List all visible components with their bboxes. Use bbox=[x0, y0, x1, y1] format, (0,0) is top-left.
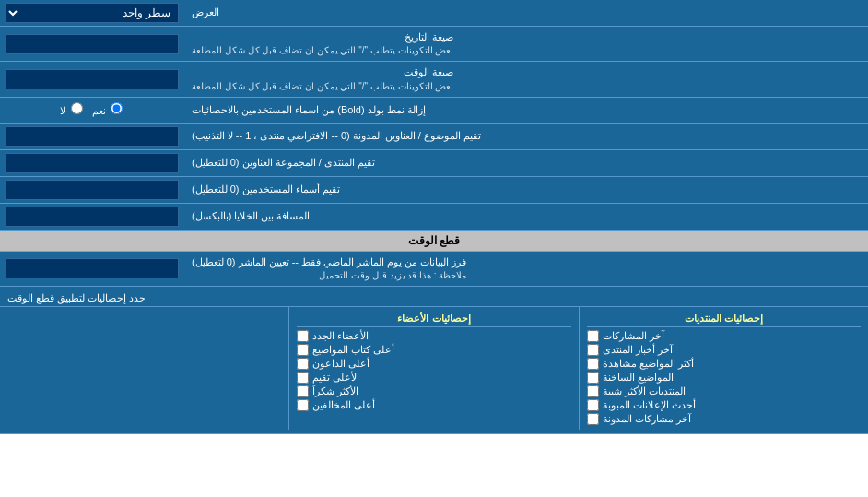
stats-checkbox[interactable] bbox=[587, 372, 599, 384]
realtime-section-header: قطع الوقت bbox=[0, 231, 868, 252]
stats-checkbox[interactable] bbox=[297, 385, 309, 397]
stats-item: أحدث الإعلانات المبوبة bbox=[587, 398, 861, 412]
users-sort-label: تقيم أسماء المستخدمين (0 للتعطيل) bbox=[184, 177, 868, 203]
stats-item: الأعلى تقيم bbox=[297, 371, 570, 385]
stats-checkbox[interactable] bbox=[587, 413, 599, 425]
stats-item: أعلى المخالفين bbox=[297, 398, 570, 412]
forum-sort-label: تقيم المنتدى / المجموعة العناوين (0 للتع… bbox=[184, 150, 868, 176]
stats-checkbox[interactable] bbox=[297, 330, 309, 342]
date-format-row: صيغة التاريخ بعض التكوينات يتطلب "/" الت… bbox=[0, 27, 868, 62]
stats-members-header: إحصائيات الأعضاء bbox=[297, 311, 570, 327]
bold-no-label: لا bbox=[60, 102, 84, 117]
stats-checkbox[interactable] bbox=[587, 358, 599, 370]
stats-section: حدد إحصاليات لتطبيق قطع الوقت إحصائيات ا… bbox=[0, 287, 868, 434]
forum-sort-input[interactable]: 33 bbox=[6, 153, 179, 173]
bold-no-radio[interactable] bbox=[71, 102, 83, 114]
time-format-input[interactable]: H:i bbox=[6, 69, 179, 89]
stats-checkbox[interactable] bbox=[587, 330, 599, 342]
display-label: العرض bbox=[184, 0, 868, 26]
stats-item: أعلى الداعون bbox=[297, 357, 570, 371]
topic-sort-input-cell: 33 bbox=[0, 124, 184, 149]
display-select[interactable]: سطر واحد سطرين ثلاثة أسطر bbox=[6, 3, 179, 23]
time-format-input-cell: H:i bbox=[0, 62, 184, 96]
stats-checkbox[interactable] bbox=[587, 399, 599, 411]
forum-sort-input-cell: 33 bbox=[0, 150, 184, 176]
users-sort-input[interactable]: 0 bbox=[6, 180, 179, 200]
stats-checkbox[interactable] bbox=[297, 344, 309, 356]
stats-item: المنتديات الأكثر شبية bbox=[587, 385, 861, 398]
bold-yes-label: نعم bbox=[92, 102, 124, 117]
date-format-input[interactable]: d-m bbox=[6, 34, 179, 54]
date-format-input-cell: d-m bbox=[0, 27, 184, 61]
spacing-input-cell: 2 bbox=[0, 204, 184, 230]
topic-sort-row: تقيم الموضوع / العناوين المدونة (0 -- ال… bbox=[0, 124, 868, 150]
stats-item: آخر مشاركات المدونة bbox=[587, 412, 861, 426]
stats-checkbox[interactable] bbox=[297, 399, 309, 411]
stats-item: المواضيع الساخنة bbox=[587, 371, 861, 385]
bold-remove-label: إزالة نمط بولد (Bold) من اسماء المستخدمي… bbox=[184, 98, 868, 123]
users-sort-input-cell: 0 bbox=[0, 177, 184, 203]
stats-col-empty bbox=[0, 307, 289, 430]
stats-item: أكثر المواضيع مشاهدة bbox=[587, 357, 861, 371]
topic-sort-input[interactable]: 33 bbox=[6, 126, 179, 147]
time-format-label: صيغة الوقت بعض التكوينات يتطلب "/" التي … bbox=[184, 62, 868, 96]
spacing-row: المسافة بين الخلايا (بالبكسل) 2 bbox=[0, 204, 868, 231]
stats-item: أعلى كتاب المواضيع bbox=[297, 343, 570, 357]
stats-item: الأعضاء الجدد bbox=[297, 329, 570, 343]
stats-forums-header: إحصائيات المنتديات bbox=[587, 311, 861, 327]
stats-header-label: حدد إحصاليات لتطبيق قطع الوقت bbox=[7, 292, 861, 304]
stats-col-members: إحصائيات الأعضاء الأعضاء الجدد أعلى كتاب… bbox=[289, 307, 579, 430]
stats-checkbox[interactable] bbox=[297, 372, 309, 384]
topic-sort-label: تقيم الموضوع / العناوين المدونة (0 -- ال… bbox=[184, 124, 868, 149]
spacing-input[interactable]: 2 bbox=[6, 207, 179, 227]
stats-item: الأكثر شكراً bbox=[297, 385, 570, 398]
display-row: العرض سطر واحد سطرين ثلاثة أسطر bbox=[0, 0, 868, 27]
users-sort-row: تقيم أسماء المستخدمين (0 للتعطيل) 0 bbox=[0, 177, 868, 204]
stats-item: آخر المشاركات bbox=[587, 329, 861, 343]
bold-remove-radio-cell: نعم لا bbox=[0, 98, 184, 123]
bold-radio-group: نعم لا bbox=[53, 101, 131, 119]
date-format-label: صيغة التاريخ بعض التكوينات يتطلب "/" الت… bbox=[184, 27, 868, 61]
time-format-row: صيغة الوقت بعض التكوينات يتطلب "/" التي … bbox=[0, 62, 868, 97]
stats-checkbox[interactable] bbox=[587, 385, 599, 397]
realtime-filter-input[interactable]: 0 bbox=[6, 258, 179, 278]
stats-col-forums: إحصائيات المنتديات آخر المشاركات آخر أخب… bbox=[580, 307, 868, 430]
bold-yes-radio[interactable] bbox=[111, 102, 123, 114]
realtime-filter-input-cell: 0 bbox=[0, 252, 184, 286]
spacing-label: المسافة بين الخلايا (بالبكسل) bbox=[184, 204, 868, 230]
stats-item: آخر أخبار المنتدى bbox=[587, 343, 861, 357]
forum-sort-row: تقيم المنتدى / المجموعة العناوين (0 للتع… bbox=[0, 150, 868, 177]
realtime-filter-label: فرز البيانات من يوم الماشر الماضي فقط --… bbox=[184, 252, 868, 286]
realtime-filter-row: فرز البيانات من يوم الماشر الماضي فقط --… bbox=[0, 252, 868, 287]
stats-checkbox[interactable] bbox=[297, 358, 309, 370]
stats-checkbox[interactable] bbox=[587, 344, 599, 356]
display-input-cell: سطر واحد سطرين ثلاثة أسطر bbox=[0, 0, 184, 26]
bold-remove-row: إزالة نمط بولد (Bold) من اسماء المستخدمي… bbox=[0, 98, 868, 124]
